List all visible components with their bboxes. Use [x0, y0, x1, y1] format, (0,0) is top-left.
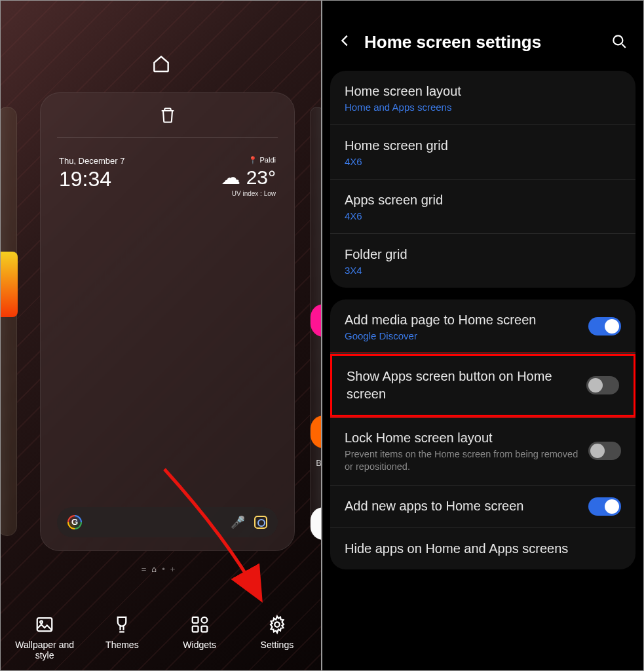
settings-section-options: Add media page to Home screen Google Dis… [330, 299, 635, 569]
toggle-add-new-apps[interactable] [588, 497, 621, 516]
mic-icon[interactable]: 🎤 [231, 515, 245, 529]
google-logo-icon [67, 515, 82, 529]
google-search-bar[interactable]: 🎤 [57, 507, 278, 537]
page-title: Home screen settings [364, 32, 599, 52]
toggle-show-apps-button[interactable] [586, 376, 619, 394]
themes-button[interactable]: Themes [86, 615, 158, 661]
svg-point-8 [613, 35, 622, 45]
home-screen-settings: Home screen settings Home screen layout … [322, 0, 644, 671]
search-button[interactable] [611, 33, 628, 52]
row-hide-apps[interactable]: Hide apps on Home and Apps screens [330, 528, 635, 569]
row-home-screen-grid[interactable]: Home screen grid 4X6 [330, 125, 635, 180]
date-label: Thu, December 7 [59, 156, 124, 166]
home-icon[interactable] [151, 53, 172, 77]
settings-button[interactable]: Settings [241, 615, 313, 661]
svg-rect-4 [201, 626, 207, 632]
temperature-label: ☁ 23° [221, 166, 276, 189]
row-lock-layout[interactable]: Lock Home screen layout Prevent items on… [330, 417, 635, 486]
svg-point-6 [275, 622, 280, 627]
page-indicator: =⌂•+ [1, 564, 321, 574]
lens-icon[interactable] [254, 516, 267, 529]
row-folder-grid[interactable]: Folder grid 3X4 [330, 234, 635, 288]
settings-section-layout: Home screen layout Home and Apps screens… [330, 71, 635, 288]
page-preview-main[interactable]: Thu, December 7 19:34 📍 Paldi ☁ 23° UV i… [40, 92, 295, 551]
toggle-lock-layout[interactable] [588, 442, 621, 460]
row-apps-screen-grid[interactable]: Apps screen grid 4X6 [330, 180, 635, 234]
wallpaper-button[interactable]: Wallpaper and style [9, 615, 81, 661]
annotation-highlight: Show Apps screen button on Home screen [330, 353, 635, 418]
row-home-screen-layout[interactable]: Home screen layout Home and Apps screens [330, 71, 635, 125]
toggle-add-media-page[interactable] [588, 317, 621, 336]
widgets-button[interactable]: Widgets [164, 615, 236, 661]
svg-point-1 [40, 621, 43, 623]
edit-toolbar: Wallpaper and style Themes Widgets Setti… [1, 615, 321, 661]
uv-label: UV index : Low [221, 190, 276, 197]
weather-widget[interactable]: Thu, December 7 19:34 📍 Paldi ☁ 23° UV i… [41, 138, 294, 197]
page-preview-left[interactable] [0, 107, 17, 536]
delete-page-button[interactable] [57, 93, 278, 138]
page-carousel[interactable]: B Thu, December 7 19:34 📍 Paldi ☁ 23° UV… [1, 92, 321, 551]
row-add-new-apps[interactable]: Add new apps to Home screen [330, 486, 635, 528]
row-add-media-page[interactable]: Add media page to Home screen Google Dis… [330, 299, 635, 354]
location-label: 📍 Paldi [221, 156, 276, 164]
home-edit-screen: B Thu, December 7 19:34 📍 Paldi ☁ 23° UV… [0, 0, 322, 671]
page-preview-right[interactable]: B [310, 107, 322, 536]
svg-rect-3 [192, 626, 198, 632]
time-label: 19:34 [59, 167, 124, 191]
svg-rect-2 [192, 617, 198, 623]
row-show-apps-button[interactable]: Show Apps screen button on Home screen [332, 356, 634, 415]
header: Home screen settings [322, 1, 643, 71]
back-button[interactable] [338, 32, 352, 52]
svg-rect-0 [37, 618, 52, 631]
svg-point-5 [201, 617, 207, 623]
